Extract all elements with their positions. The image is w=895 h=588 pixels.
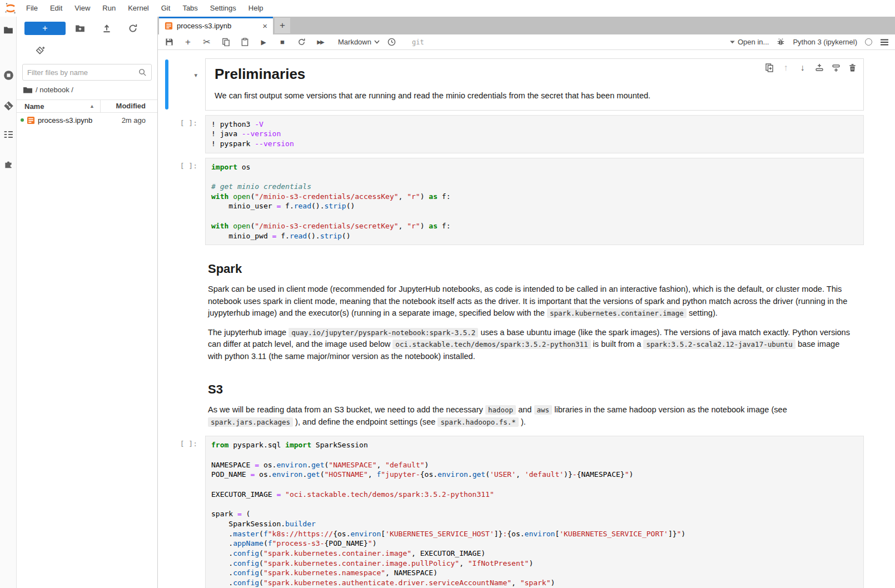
new-folder-icon[interactable] [75,23,85,33]
kernel-name[interactable]: Python 3 (ipykernel) [793,38,857,46]
jupyter-logo-icon [4,2,17,14]
markdown-paragraph: Spark can be used in client mode (recomm… [208,283,855,320]
run-icon[interactable]: ▶ [259,38,268,47]
cell-prompt: [ ]: [163,436,205,588]
sort-ascending-icon: ▲ [90,103,95,109]
folder-icon [23,86,32,94]
paste-icon[interactable] [240,38,249,47]
file-modified: 2m ago [122,116,157,124]
save-icon[interactable] [165,38,173,47]
breadcrumb-path: / notebook / [36,86,73,94]
delete-cell-icon[interactable] [848,63,857,72]
menu-view[interactable]: View [68,0,96,17]
copy-icon[interactable] [221,38,230,47]
activity-bar [0,17,17,588]
caret-down-icon [730,41,735,44]
extensions-icon[interactable] [3,158,14,170]
restart-run-all-icon[interactable]: ▶▶ [316,38,325,47]
git-icon[interactable] [3,100,14,111]
running-kernels-icon[interactable] [3,69,14,81]
file-browser-actions: + [17,17,157,43]
cell-code-versions: [ ]: ! python3 -V! java --version! pyspa… [163,115,864,153]
heading-preliminaries: Preliminaries [215,66,854,83]
tab-title: process-s3.ipynb [177,22,259,30]
tab-process-s3[interactable]: process-s3.ipynb × [159,17,273,34]
markdown-paragraph: As we will be reading data from an S3 bu… [208,404,855,428]
execution-time-icon[interactable] [387,38,396,47]
upload-icon[interactable] [102,23,112,33]
menu-tabs[interactable]: Tabs [176,0,203,17]
heading-spark: Spark [208,262,855,276]
markdown-cell-body: Spark Spark can be used in client mode (… [205,250,864,366]
cut-icon[interactable]: ✂ [202,38,211,47]
markdown-cell-body: S3 As we will be reading data from an S3… [205,370,864,431]
search-icon [138,68,147,77]
kernel-status-icon [865,38,872,46]
code-editor[interactable]: import os # get minio credentialswith op… [205,158,864,246]
file-status-dot [21,118,24,122]
selected-cell-indicator [165,59,168,109]
close-tab-icon[interactable]: × [262,22,267,30]
tab-bar: process-s3.ipynb × + [158,17,895,34]
debugger-icon[interactable] [777,38,785,46]
file-row[interactable]: process-s3.ipynb 2m ago [17,113,157,127]
main-panel: process-s3.ipynb × + + ✂ ▶ ■ ▶▶ [157,17,895,588]
file-filter-input[interactable] [27,68,138,77]
markdown-paragraph: We can first output some versions that a… [215,90,854,102]
refresh-icon[interactable] [128,23,138,33]
breadcrumb[interactable]: / notebook / [23,86,73,94]
stop-icon[interactable]: ■ [278,38,287,47]
insert-cell-below-icon[interactable] [831,63,841,72]
menu-run[interactable]: Run [96,0,122,17]
git-clone-icon[interactable] [35,46,46,57]
code-editor[interactable]: from pyspark.sql import SparkSession NAM… [205,436,864,588]
git-toolbar-button[interactable]: git [412,38,424,46]
move-cell-down-icon[interactable]: ↓ [798,63,807,72]
duplicate-cell-icon[interactable] [764,63,774,72]
column-name[interactable]: Name ▲ [17,102,100,111]
cell-prompt: [ ]: [163,158,205,246]
table-of-contents-icon[interactable] [3,129,14,140]
cell-markdown-spark: Spark Spark can be used in client mode (… [163,250,864,366]
new-tab-button[interactable]: + [275,18,290,33]
notebook-file-icon [165,22,173,30]
notebook-content: ▾ Preliminaries We can first output some… [158,50,895,588]
file-filter [22,64,152,81]
notebook-file-icon [27,116,35,124]
menu-kernel[interactable]: Kernel [122,0,155,17]
notebook-toolbar: + ✂ ▶ ■ ▶▶ Markdown git [158,34,895,50]
insert-cell-above-icon[interactable] [814,63,824,72]
new-launcher-button[interactable]: + [24,22,66,35]
file-name: process-s3.ipynb [38,116,122,124]
cell-markdown-s3: S3 As we will be reading data from an S3… [163,370,864,431]
file-browser-panel: + [17,17,157,588]
toolbar-menu-icon[interactable] [880,38,889,46]
menu-file[interactable]: File [20,0,44,17]
cell-toolbar: ↑ ↓ [762,62,859,73]
cell-type-dropdown[interactable]: Markdown [338,38,380,46]
open-in-dropdown[interactable]: Open in... [730,38,769,46]
code-editor[interactable]: ! python3 -V! java --version! pyspark --… [205,115,864,153]
menu-edit[interactable]: Edit [44,0,68,17]
cell-code-credentials: [ ]: import os # get minio credentialswi… [163,158,864,246]
menu-bar: File Edit View Run Kernel Git Tabs Setti… [0,0,895,17]
jupyterlab-window: File Edit View Run Kernel Git Tabs Setti… [0,0,895,588]
insert-cell-icon[interactable]: + [183,38,192,47]
menu-settings[interactable]: Settings [204,0,242,17]
restart-kernel-icon[interactable] [297,38,306,47]
menu-git[interactable]: Git [155,0,177,17]
column-modified[interactable]: Modified [100,100,157,112]
file-list-header: Name ▲ Modified [17,99,157,113]
markdown-paragraph: The jupyterhub image quay.io/jupyter/pys… [208,327,855,363]
chevron-down-icon [374,40,380,44]
collapse-heading-icon[interactable]: ▾ [194,72,197,78]
heading-s3: S3 [208,382,855,397]
cell-prompt: [ ]: [163,115,205,153]
menu-help[interactable]: Help [242,0,270,17]
cell-markdown-preliminaries: ▾ Preliminaries We can first output some… [163,58,864,111]
move-cell-up-icon[interactable]: ↑ [781,63,790,72]
file-browser-icon[interactable] [3,24,14,36]
cell-code-spark-session: [ ]: from pyspark.sql import SparkSessio… [163,436,864,588]
